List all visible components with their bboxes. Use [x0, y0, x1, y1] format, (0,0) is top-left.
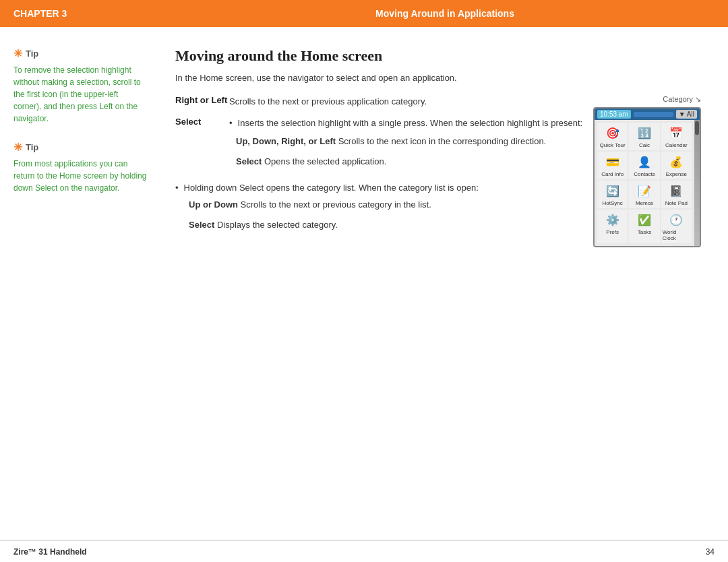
tip-star-icon-1: ✳ [13, 47, 22, 60]
device-icon-memos: 📝 Memos [629, 181, 659, 208]
entry-key-select-1: Select [175, 117, 229, 175]
tip-header-2: ✳ Tip [13, 141, 148, 154]
footer-product: Zire™ 31 Handheld [13, 547, 87, 557]
sub-entry-up-down: Up, Down, Right, or Left Scrolls to the … [236, 135, 586, 148]
device-icon-row: 🎯 Quick Tour 🔢 Calc 📅 Calendar [595, 120, 700, 246]
chapter-label: CHAPTER 3 [0, 0, 162, 27]
tip-label-1: Tip [26, 49, 38, 59]
device-scrollbar [694, 120, 700, 246]
main-content: Moving around the Home screen In the Hom… [162, 47, 715, 527]
tip-block-1: ✳ Tip To remove the selection highlight … [13, 47, 148, 125]
entry-select-1: Select Inserts the selection highlight w… [175, 117, 586, 175]
category-arrow: ↘ [695, 95, 701, 103]
device-topbar: 10:53 am ▼ All [595, 108, 700, 120]
device-icon-note-pad: 📓 Note Pad [661, 181, 692, 208]
text-content: Right or Left Scrolls to the next or pre… [175, 95, 586, 238]
entry-key-right-left: Right or Left [175, 95, 229, 108]
device-icons-grid: 🎯 Quick Tour 🔢 Calc 📅 Calendar [595, 120, 694, 246]
device-time: 10:53 am [597, 110, 631, 119]
tip-star-icon-2: ✳ [13, 141, 22, 154]
device-icon-prefs: ⚙️ Prefs [597, 210, 628, 243]
bullet-holding-select: Holding down Select opens the category l… [175, 183, 586, 193]
entry-val-right-left: Scrolls to the next or previous applicat… [229, 95, 586, 108]
tip-label-2: Tip [26, 142, 38, 152]
device-area: Category ↘ 10:53 am ▼ All 🎯 Qu [593, 95, 715, 247]
bullet-select-1: Inserts the selection highlight with a s… [229, 117, 586, 130]
entry-right-left: Right or Left Scrolls to the next or pre… [175, 95, 586, 108]
device-icon-expense: 💰 Expense [661, 152, 692, 179]
sub-entry-select-open: Select Opens the selected application. [236, 155, 586, 168]
device-icon-quick-tour: 🎯 Quick Tour [597, 123, 628, 150]
tip-text-1: To remove the selection highlight withou… [13, 64, 148, 125]
footer-page: 34 [706, 547, 715, 557]
entry-val-select-1: Inserts the selection highlight with a s… [229, 117, 586, 175]
device-icon-world-clock: 🕐 World Clock [661, 210, 692, 243]
device-icon-hotsync: 🔄 HotSync [597, 181, 628, 208]
device-all-button: ▼ All [676, 110, 697, 119]
page-body: ✳ Tip To remove the selection highlight … [0, 27, 728, 540]
device-icons-area: 🎯 Quick Tour 🔢 Calc 📅 Calendar [595, 120, 694, 246]
device-icon-contacts: 👤 Contacts [629, 152, 659, 179]
sidebar: ✳ Tip To remove the selection highlight … [13, 47, 162, 527]
bullet-holding-select-text: Holding down Select opens the category l… [184, 183, 479, 193]
page-footer: Zire™ 31 Handheld 34 [0, 540, 728, 562]
device-mockup: 10:53 am ▼ All 🎯 Quick Tour [593, 107, 701, 247]
device-icon-card-info: 💳 Card Info [597, 152, 628, 179]
tip-header-1: ✳ Tip [13, 47, 148, 60]
intro-text: In the Home screen, use the navigator to… [175, 73, 715, 83]
sub-entry-up-or-down: Up or Down Scrolls to the next or previo… [189, 198, 586, 212]
section-title: Moving around the Home screen [175, 47, 715, 65]
device-icon-tasks: ✅ Tasks [629, 210, 659, 243]
content-with-device: Right or Left Scrolls to the next or pre… [175, 95, 715, 247]
device-icon-calc: 🔢 Calc [629, 123, 659, 150]
sub-entry-select-category: Select Displays the selected category. [189, 218, 586, 232]
chapter-title: Moving Around in Applications [162, 0, 728, 27]
tip-block-2: ✳ Tip From most applications you can ret… [13, 141, 148, 194]
device-icon-calendar: 📅 Calendar [661, 123, 692, 150]
category-label: Category ↘ [663, 95, 701, 104]
page-header: CHAPTER 3 Moving Around in Applications [0, 0, 728, 27]
tip-text-2: From most applications you can return to… [13, 158, 148, 194]
